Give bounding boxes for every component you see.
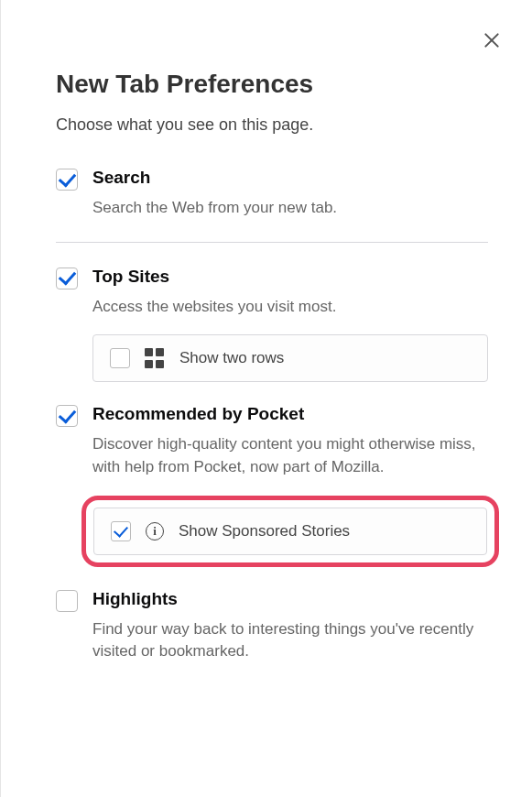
pocket-title: Recommended by Pocket	[92, 404, 488, 424]
section-topsites: Top Sites Access the websites you visit …	[56, 267, 488, 383]
page-subtitle: Choose what you see on this page.	[56, 115, 488, 135]
pocket-sponsored-option[interactable]: i Show Sponsored Stories	[93, 508, 487, 555]
close-button[interactable]	[481, 29, 503, 51]
search-title: Search	[92, 168, 488, 188]
tworows-checkbox[interactable]	[110, 348, 130, 368]
section-pocket: Recommended by Pocket Discover high-qual…	[56, 404, 488, 566]
sponsored-label: Show Sponsored Stories	[179, 522, 350, 540]
close-icon	[483, 31, 501, 49]
highlights-desc: Find your way back to interesting things…	[92, 618, 488, 663]
pocket-desc: Discover high-quality content you might …	[92, 433, 488, 478]
search-checkbox[interactable]	[56, 169, 78, 191]
section-highlights: Highlights Find your way back to interes…	[56, 589, 488, 663]
sponsored-checkbox[interactable]	[111, 521, 131, 541]
tworows-label: Show two rows	[179, 349, 284, 367]
grid-icon	[145, 348, 165, 368]
sponsored-highlight: i Show Sponsored Stories	[81, 496, 499, 567]
divider	[56, 242, 488, 243]
highlights-checkbox[interactable]	[56, 590, 78, 612]
topsites-title: Top Sites	[92, 267, 488, 287]
topsites-checkbox[interactable]	[56, 267, 78, 289]
pocket-checkbox[interactable]	[56, 405, 78, 427]
section-search: Search Search the Web from your new tab.	[56, 168, 488, 220]
info-icon[interactable]: i	[146, 522, 164, 540]
preferences-panel: New Tab Preferences Choose what you see …	[1, 0, 532, 707]
search-desc: Search the Web from your new tab.	[92, 197, 488, 220]
topsites-desc: Access the websites you visit most.	[92, 296, 488, 319]
highlights-title: Highlights	[92, 589, 488, 609]
page-title: New Tab Preferences	[56, 70, 488, 99]
topsites-tworows-option[interactable]: Show two rows	[92, 334, 488, 382]
